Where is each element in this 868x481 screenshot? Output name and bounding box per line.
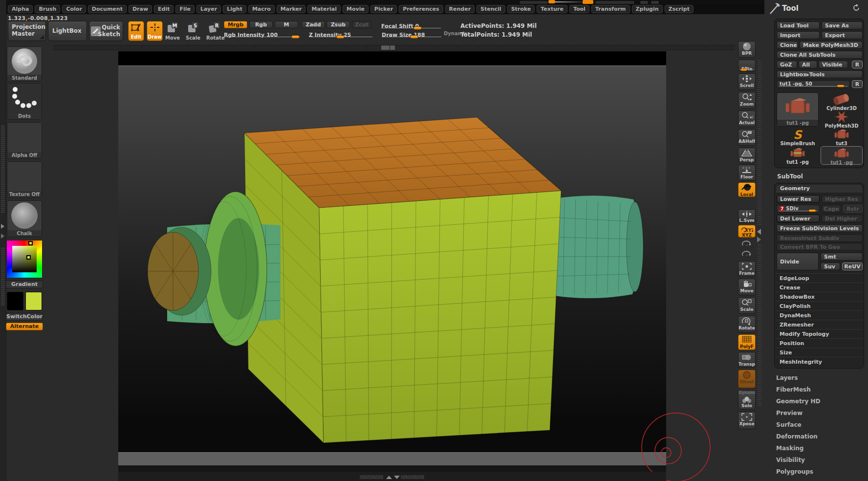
rstr-button[interactable]: Rstr xyxy=(843,205,863,213)
secondary-color-swatch[interactable] xyxy=(7,292,23,310)
higher-res-button[interactable]: Higher Res xyxy=(822,195,863,203)
shelf-polyf-button[interactable]: PolyF xyxy=(738,334,756,350)
panel-section-preview[interactable]: Preview xyxy=(776,410,803,416)
focal-shift-slider[interactable]: Focal Shift 0 xyxy=(381,21,441,29)
subtool-section-header[interactable]: SubTool xyxy=(777,173,803,180)
menu-transform[interactable]: Transform xyxy=(591,5,630,13)
menu-texture[interactable]: Texture xyxy=(537,5,567,13)
shelf-aahalf-button[interactable]: AAHalf xyxy=(738,129,756,146)
right-divider-hatch[interactable] xyxy=(758,59,761,225)
tool-thumbnail-tut1-pg-current[interactable]: tut1 -pg xyxy=(777,92,819,127)
convert-bpr-to-geo-button[interactable]: Convert BPR To Geo xyxy=(777,243,863,251)
shelf-rotate3d-button[interactable]: Rotate xyxy=(738,316,756,332)
slider-handle[interactable] xyxy=(410,35,418,39)
shelf-lsym-button[interactable]: L.Sym xyxy=(738,209,756,223)
right-divider-arrow-icon[interactable] xyxy=(757,229,761,235)
sculpt-model[interactable] xyxy=(118,51,666,472)
draw-mode-button[interactable]: Draw xyxy=(147,21,163,41)
geometry-section-position[interactable]: Position xyxy=(776,338,863,348)
projection-master-button[interactable]: Projection Master xyxy=(8,21,46,41)
menu-zscript[interactable]: Zscript xyxy=(665,5,694,13)
tool-panel-title[interactable]: Tool xyxy=(782,4,799,13)
export-button[interactable]: Export xyxy=(822,31,863,39)
shelf-floor-button[interactable]: x y zFloor xyxy=(738,165,756,181)
import-button[interactable]: Import xyxy=(777,31,820,39)
goz-button[interactable]: GoZ xyxy=(777,61,797,68)
menu-preferences[interactable]: Preferences xyxy=(399,5,443,13)
shelf-actual-button[interactable]: x1Actual xyxy=(738,110,756,127)
lower-res-button[interactable]: Lower Res xyxy=(777,195,820,203)
rotate-mode-button[interactable]: R Rotate xyxy=(206,22,223,41)
move-mode-button[interactable]: M Move xyxy=(164,22,181,41)
panel-section-polygroups[interactable]: Polygroups xyxy=(776,468,813,475)
rgb-intensity-slider[interactable]: Rgb Intensity 100 xyxy=(224,29,300,38)
panel-section-geometry-hd[interactable]: Geometry HD xyxy=(776,398,821,405)
shelf-scroll-button[interactable]: Scroll xyxy=(738,73,756,90)
hue-selector-icon[interactable] xyxy=(28,241,33,245)
shelf-spix-button[interactable]: SPix xyxy=(738,60,756,71)
panel-section-layers[interactable]: Layers xyxy=(776,374,798,381)
lightbox-button[interactable]: LightBox xyxy=(48,21,87,41)
reuv-button[interactable]: ReUV xyxy=(842,262,863,270)
left-divider-hatch[interactable] xyxy=(1,247,5,306)
panel-section-masking[interactable]: Masking xyxy=(776,445,803,452)
document-canvas[interactable] xyxy=(118,51,666,472)
shelf-persp-button[interactable]: Persp xyxy=(738,148,756,163)
shelf-bpr-button[interactable]: BPR xyxy=(738,41,756,58)
z-intensity-slider[interactable]: Z Intensity 25 xyxy=(309,29,372,38)
shelf-zoom-button[interactable]: Zoom xyxy=(738,92,756,109)
menu-render[interactable]: Render xyxy=(445,5,475,13)
menu-draw[interactable]: Draw xyxy=(129,5,152,13)
shelf-frame-button[interactable]: Frame xyxy=(738,261,756,277)
geometry-section-claypolish[interactable]: ClayPolish xyxy=(776,301,863,310)
paint-mode-rgb[interactable]: Rgb xyxy=(249,21,273,28)
make-polymesh3d-button[interactable]: Make PolyMesh3D xyxy=(800,41,863,49)
tool-thumbnail-tut1-pg-a[interactable]: tut1 -pg xyxy=(777,146,819,165)
clone-all-subtools-button[interactable]: Clone All SubTools xyxy=(777,51,863,59)
shelf-xyz-button[interactable]: XYZXYZ xyxy=(738,225,756,238)
del-higher-button[interactable]: Del Higher xyxy=(822,215,863,222)
tool-thumbnail-polymesh3d[interactable]: PolyMesh3D xyxy=(821,110,863,127)
menu-marker[interactable]: Marker xyxy=(277,5,306,13)
menu-zplugin[interactable]: Zplugin xyxy=(632,5,663,13)
menu-stencil[interactable]: Stencil xyxy=(477,5,505,13)
slider-handle[interactable] xyxy=(336,35,345,39)
goz-all-button[interactable]: All xyxy=(799,61,817,68)
menu-picker[interactable]: Picker xyxy=(370,5,397,13)
tray-divider[interactable] xyxy=(53,45,735,50)
reset-tool-icon[interactable] xyxy=(852,4,860,12)
slider-handle[interactable] xyxy=(837,85,845,87)
shelf-move3d-button[interactable]: Move xyxy=(738,279,756,295)
cage-button[interactable]: Cage xyxy=(822,205,841,213)
right-divider-hatch[interactable] xyxy=(758,244,761,406)
color-picker[interactable] xyxy=(7,240,42,278)
brush-selector[interactable]: Standard xyxy=(7,46,42,82)
geometry-section-edgeloop[interactable]: EdgeLoop xyxy=(776,273,863,283)
alternate-button[interactable]: Alternate xyxy=(6,323,43,330)
paint-mode-mrgb[interactable]: Mrgb xyxy=(224,21,247,28)
tool-thumbnail-simplebrush[interactable]: SSimpleBrush xyxy=(777,128,819,145)
sculpt-mode-zsub[interactable]: Zsub xyxy=(326,21,350,28)
tool-quicksave-slider[interactable]: tut1 -pg. 50 xyxy=(777,80,850,88)
texture-selector[interactable]: Texture Off xyxy=(7,161,42,198)
clone-button[interactable]: Clone xyxy=(777,41,798,49)
menu-stroke[interactable]: Stroke xyxy=(507,5,535,13)
shelf-solo-button[interactable]: DynamicSolo xyxy=(738,390,756,410)
main-color-swatch[interactable] xyxy=(25,292,42,310)
tool-thumbnail-cylinder3d[interactable]: Cylinder3D xyxy=(821,92,863,109)
tool-slider-r-button[interactable]: R xyxy=(852,80,863,88)
geometry-section-header[interactable]: Geometry xyxy=(776,185,862,193)
shelf-scale3d-button[interactable]: Scale xyxy=(738,297,756,314)
slider-handle[interactable] xyxy=(808,209,816,212)
menu-tool[interactable]: Tool xyxy=(569,5,589,13)
save-as-button[interactable]: Save As xyxy=(822,22,863,29)
material-selector[interactable]: Chalk xyxy=(7,200,42,237)
switch-color-button[interactable]: SwitchColor xyxy=(6,313,43,321)
paint-mode-m[interactable]: M xyxy=(275,21,298,28)
left-divider-hatch[interactable] xyxy=(1,125,5,213)
sculpt-mode-zadd[interactable]: Zadd xyxy=(302,21,325,28)
divide-button[interactable]: Divide xyxy=(777,253,819,270)
sdiv-slider[interactable]: 7SDiv xyxy=(777,205,820,213)
tool-thumbnail-tut3[interactable]: tut3 xyxy=(821,128,863,145)
menu-alpha[interactable]: Alpha xyxy=(8,5,33,13)
